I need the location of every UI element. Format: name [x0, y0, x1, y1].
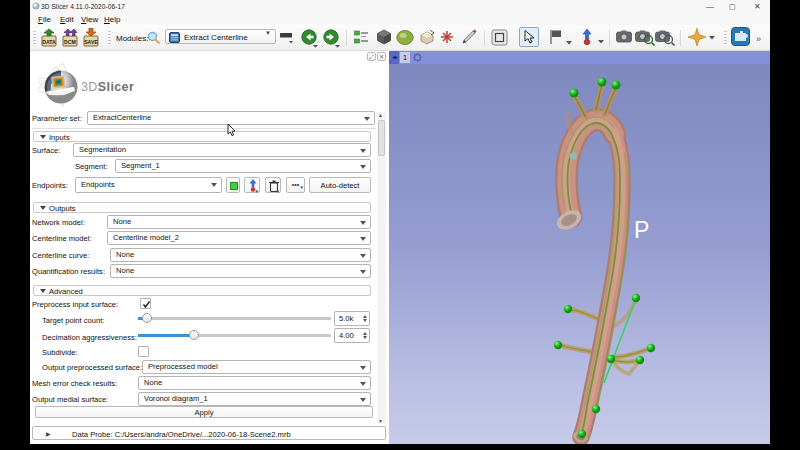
svg-text:DATA: DATA — [42, 39, 56, 45]
svg-text:SAVE: SAVE — [84, 39, 98, 45]
svg-text:DCM: DCM — [64, 39, 76, 45]
svg-text:P: P — [634, 217, 649, 243]
svg-text:3DSlicer: 3DSlicer — [81, 80, 134, 94]
